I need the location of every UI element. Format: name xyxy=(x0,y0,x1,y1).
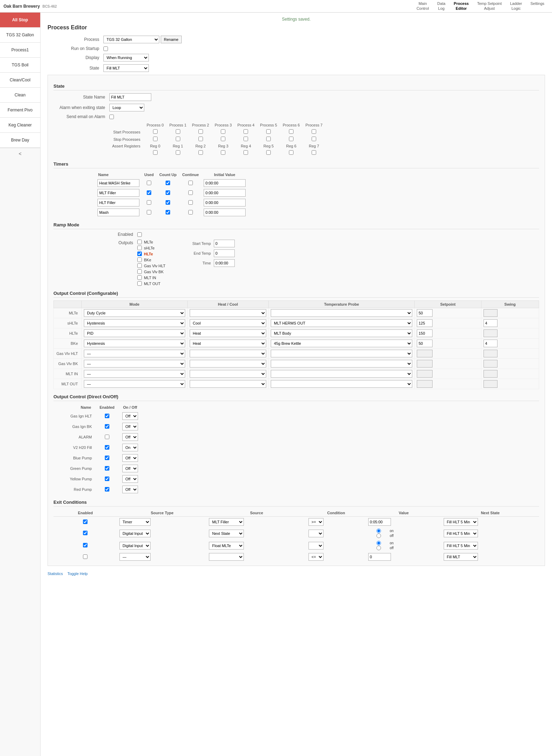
oc-gasvlvhlt-swing[interactable] xyxy=(484,350,497,357)
exit-source-0[interactable]: MLT FillerNext StateFloat MLTe xyxy=(209,518,244,526)
stop-process-5[interactable] xyxy=(266,137,271,141)
oc-gasvlvhlt-heatcool[interactable]: HeatCool xyxy=(190,350,266,357)
reg-7[interactable] xyxy=(312,150,316,155)
process-select[interactable]: TGS 32 Gallon xyxy=(103,36,159,43)
direct-gas-ign-hlt-onoff[interactable]: OffOn xyxy=(122,412,138,420)
exit-condition-2[interactable]: >=<= xyxy=(308,542,324,550)
output-shlte-checkbox[interactable] xyxy=(137,246,142,250)
direct-alarm-enabled[interactable] xyxy=(105,435,109,439)
oc-bke-setpoint[interactable] xyxy=(417,340,433,347)
direct-blue-pump-onoff[interactable]: OffOn xyxy=(122,454,138,462)
stop-process-4[interactable] xyxy=(244,137,248,141)
ramp-time-input[interactable] xyxy=(214,259,235,267)
start-process-3[interactable] xyxy=(221,129,225,134)
oc-mltin-heatcool[interactable]: HeatCool xyxy=(190,370,266,378)
oc-mlte-heatcool[interactable]: HeatCool xyxy=(190,309,266,317)
reg-0[interactable] xyxy=(153,150,158,155)
oc-mltout-probe[interactable]: MLT Body xyxy=(271,380,412,388)
exit-source-3[interactable] xyxy=(209,553,244,561)
reg-3[interactable] xyxy=(221,150,225,155)
oc-mlte-setpoint[interactable] xyxy=(417,309,433,317)
oc-mltout-swing[interactable] xyxy=(484,380,497,388)
oc-gasvlvbk-setpoint[interactable] xyxy=(417,360,433,368)
stop-process-7[interactable] xyxy=(312,137,316,141)
toggle-help-link[interactable]: Toggle Help xyxy=(67,572,88,576)
direct-gas-ign-bk-onoff[interactable]: OffOn xyxy=(122,423,138,430)
oc-mltout-heatcool[interactable]: HeatCool xyxy=(190,380,266,388)
exit-enabled-2[interactable] xyxy=(75,543,96,547)
oc-mltin-swing[interactable] xyxy=(484,370,497,378)
timer-countup-2[interactable] xyxy=(166,200,170,205)
start-process-7[interactable] xyxy=(312,129,316,134)
direct-red-pump-onoff[interactable]: OffOn xyxy=(122,486,138,493)
timer-name-0[interactable] xyxy=(97,179,139,187)
oc-shlte-swing[interactable] xyxy=(484,319,497,327)
nav-main-control[interactable]: MainControl xyxy=(412,0,433,14)
rename-button[interactable]: Rename xyxy=(161,36,182,43)
timer-used-3[interactable] xyxy=(147,210,151,215)
oc-bke-heatcool[interactable]: HeatCool xyxy=(190,340,266,347)
output-gas-vlv-bk-checkbox[interactable] xyxy=(137,269,142,274)
sidebar-item-process1[interactable]: Process1 xyxy=(0,43,40,58)
oc-shlte-probe[interactable]: MLT HERMS OUTMLT Body45g Brew Kettle xyxy=(271,319,412,327)
stop-process-1[interactable] xyxy=(176,137,180,141)
direct-gas-ign-bk-enabled[interactable] xyxy=(105,424,109,429)
oc-gasvlvbk-swing[interactable] xyxy=(484,360,497,368)
timer-continue-2[interactable] xyxy=(188,200,193,205)
start-process-2[interactable] xyxy=(198,129,203,134)
output-gas-vlv-hlt-checkbox[interactable] xyxy=(137,263,142,268)
sidebar-item-ferment-pivo[interactable]: Ferment Pivo xyxy=(0,103,40,118)
direct-green-pump-onoff[interactable]: OffOn xyxy=(122,465,138,472)
timer-countup-0[interactable] xyxy=(166,181,170,185)
oc-bke-probe[interactable]: 45g Brew KettleMLT HERMS OUTMLT Body xyxy=(271,340,412,347)
exit-enabled-0[interactable] xyxy=(75,519,96,524)
oc-gasvlvhlt-mode[interactable]: —Duty CycleHysteresisPID xyxy=(84,350,185,357)
oc-shlte-mode[interactable]: HysteresisDuty CyclePID— xyxy=(84,319,185,327)
timer-initial-2[interactable] xyxy=(204,199,246,206)
direct-v2-h20-fill-enabled[interactable] xyxy=(105,445,109,450)
output-mlte-checkbox[interactable] xyxy=(137,240,142,244)
exit-enabled-1[interactable] xyxy=(75,531,96,535)
oc-hlte-swing[interactable] xyxy=(484,329,497,337)
stop-process-0[interactable] xyxy=(153,137,158,141)
oc-gasvlvbk-probe[interactable]: MLT Body xyxy=(271,360,412,368)
oc-hlte-probe[interactable]: MLT BodyMLT HERMS OUT45g Brew Kettle xyxy=(271,329,412,337)
send-email-checkbox[interactable] xyxy=(109,115,114,119)
timer-initial-0[interactable] xyxy=(204,179,246,187)
timer-used-2[interactable] xyxy=(147,200,151,205)
exit-next-state-0[interactable]: Fill HLT 5 MinFill MLT xyxy=(444,518,478,526)
exit-condition-1[interactable]: >=<= xyxy=(308,530,324,537)
state-name-input[interactable] xyxy=(109,93,151,101)
exit-value-3[interactable] xyxy=(368,553,391,561)
exit-source-2[interactable]: Float MLTeMLT FillerNext State xyxy=(209,542,244,550)
oc-mlte-swing[interactable] xyxy=(484,309,497,317)
reg-5[interactable] xyxy=(266,150,271,155)
direct-yellow-pump-enabled[interactable] xyxy=(105,477,109,481)
oc-mltin-probe[interactable]: MLT Body xyxy=(271,370,412,378)
start-temp-input[interactable] xyxy=(214,240,235,247)
statistics-link[interactable]: Statistics xyxy=(48,572,63,576)
direct-gas-ign-hlt-enabled[interactable] xyxy=(105,414,109,418)
start-process-1[interactable] xyxy=(176,129,180,134)
oc-mltout-mode[interactable]: —Duty CycleHysteresisPID xyxy=(84,380,185,388)
timer-initial-1[interactable] xyxy=(204,189,246,197)
timer-continue-1[interactable] xyxy=(188,190,193,195)
nav-process-editor[interactable]: ProcessEditor xyxy=(450,0,473,14)
reg-4[interactable] xyxy=(244,150,248,155)
sidebar-item-keg-cleaner[interactable]: Keg Cleaner xyxy=(0,118,40,133)
display-select[interactable]: When Running xyxy=(103,54,149,61)
exit-next-state-3[interactable]: Fill MLTFill HLT 5 Min xyxy=(444,553,478,561)
exit-enabled-3[interactable] xyxy=(75,554,96,559)
exit-source-type-3[interactable]: —TimerDigital Input xyxy=(119,553,151,561)
direct-blue-pump-enabled[interactable] xyxy=(105,456,109,460)
ramp-enabled-checkbox[interactable] xyxy=(137,232,142,237)
oc-shlte-heatcool[interactable]: CoolHeat xyxy=(190,319,266,327)
oc-mltin-mode[interactable]: —Duty CycleHysteresisPID xyxy=(84,370,185,378)
state-select[interactable]: Fill MLT xyxy=(103,64,149,72)
timer-continue-0[interactable] xyxy=(188,181,193,185)
oc-gasvlvhlt-setpoint[interactable] xyxy=(417,350,433,357)
oc-hlte-setpoint[interactable] xyxy=(417,329,433,337)
nav-settings[interactable]: Settings xyxy=(526,0,549,14)
output-mlt-out-checkbox[interactable] xyxy=(137,281,142,286)
timer-name-1[interactable] xyxy=(97,189,139,197)
